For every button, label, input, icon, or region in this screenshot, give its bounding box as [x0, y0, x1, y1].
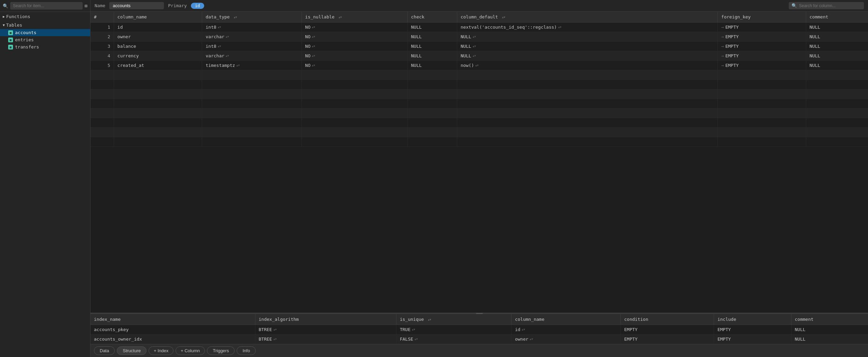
column-search-bar: 🔍	[789, 2, 864, 9]
sidebar-item-entries[interactable]: ▦ entries	[0, 36, 90, 43]
tab-add-column[interactable]: + Column	[176, 346, 205, 355]
col-header-is-nullable: is_nullable ▲▼	[302, 12, 407, 23]
functions-label: Functions	[6, 14, 30, 19]
sidebar: 🔍 ⊞ ▶ Functions ▼ Tables ▦ accounts ▦ en…	[0, 0, 90, 357]
idx-header-condition: condition	[621, 314, 714, 325]
table-row-empty	[90, 128, 868, 137]
sidebar-item-accounts[interactable]: ▦ accounts	[0, 29, 90, 36]
tab-add-index[interactable]: + Index	[149, 346, 173, 355]
idx-header-is-unique: is_unique ▲▼	[396, 314, 511, 325]
sidebar-item-label-entries: entries	[15, 37, 34, 42]
table-row: 3balanceint8 ▲▼NO ▲▼NULLNULL ▲▼→EMPTYNUL…	[90, 42, 868, 51]
functions-section[interactable]: ▶ Functions	[0, 12, 90, 20]
table-icon-accounts: ▦	[8, 30, 13, 35]
sidebar-item-label-transfers: transfers	[15, 44, 39, 49]
index-row: accounts_owner_idxBTREE ▲▼FALSE ▲▼owner …	[90, 334, 868, 344]
col-header-check: check	[407, 12, 457, 23]
tab-data[interactable]: Data	[94, 346, 115, 355]
tables-section[interactable]: ▼ Tables	[0, 20, 90, 29]
tab-info[interactable]: Info	[237, 346, 256, 355]
search-icon: 🔍	[3, 3, 8, 9]
col-header-data-type: data_type ▲▼	[202, 12, 302, 23]
col-header-foreign-key: foreign_key	[718, 12, 806, 23]
table-name-input[interactable]	[109, 2, 164, 9]
columns-table-area: # column_name data_type ▲▼ is_nullable ▲…	[90, 12, 868, 313]
col-header-column-default: column_default ▲▼	[457, 12, 717, 23]
top-bar: Name Primary id 🔍	[90, 0, 868, 12]
table-row: 4currencyvarchar ▲▼NO ▲▼NULLNULL ▲▼→EMPT…	[90, 51, 868, 61]
column-search-input[interactable]	[799, 3, 861, 8]
bottom-tabs: Data Structure + Index + Column Triggers…	[90, 344, 868, 357]
index-row: accounts_pkeyBTREE ▲▼TRUE ▲▼id ▲▼EMPTYEM…	[90, 325, 868, 334]
table-icon-entries: ▦	[8, 38, 13, 42]
table-row-empty	[90, 109, 868, 118]
sidebar-search-input[interactable]	[10, 2, 83, 10]
sidebar-search-bar: 🔍 ⊞	[0, 0, 90, 12]
tab-triggers[interactable]: Triggers	[207, 346, 235, 355]
table-row-empty	[90, 80, 868, 89]
idx-header-index-name: index_name	[90, 314, 255, 325]
name-label: Name	[95, 3, 105, 8]
functions-arrow-icon: ▶	[3, 15, 5, 18]
idx-header-algorithm: index_algorithm	[255, 314, 396, 325]
tables-arrow-icon: ▼	[3, 23, 5, 27]
idx-header-comment: comment	[791, 314, 868, 325]
col-header-comment: comment	[806, 12, 868, 23]
table-row-empty	[90, 99, 868, 109]
idx-header-column-name: column_name	[512, 314, 621, 325]
table-row: 1idint8 ▲▼NO ▲▼NULLnextval('accounts_id_…	[90, 23, 868, 32]
index-table: index_name index_algorithm is_unique ▲▼ …	[90, 314, 868, 344]
table-row-empty	[90, 137, 868, 147]
col-header-column-name: column_name	[114, 12, 202, 23]
idx-header-include: include	[714, 314, 791, 325]
index-table-area: index_name index_algorithm is_unique ▲▼ …	[90, 314, 868, 344]
sidebar-item-label-accounts: accounts	[15, 30, 37, 35]
tables-label: Tables	[6, 23, 22, 28]
table-row-empty	[90, 70, 868, 80]
table-icon-transfers: ▦	[8, 45, 13, 49]
primary-label: Primary	[168, 3, 187, 8]
main-panel: Name Primary id 🔍 # column_name data_typ…	[90, 0, 868, 357]
table-row: 5created_attimestamptz ▲▼NO ▲▼NULLnow() …	[90, 61, 868, 70]
table-row: 2ownervarchar ▲▼NO ▲▼NULLNULL ▲▼→EMPTYNU…	[90, 32, 868, 42]
column-search-icon: 🔍	[792, 3, 797, 8]
tab-structure[interactable]: Structure	[117, 346, 146, 355]
primary-key-badge: id	[191, 3, 204, 9]
table-row-empty	[90, 89, 868, 99]
columns-table: # column_name data_type ▲▼ is_nullable ▲…	[90, 12, 868, 147]
filter-icon[interactable]: ⊞	[85, 3, 87, 9]
sidebar-item-transfers[interactable]: ▦ transfers	[0, 43, 90, 51]
col-header-num: #	[90, 12, 114, 23]
table-row-empty	[90, 118, 868, 128]
